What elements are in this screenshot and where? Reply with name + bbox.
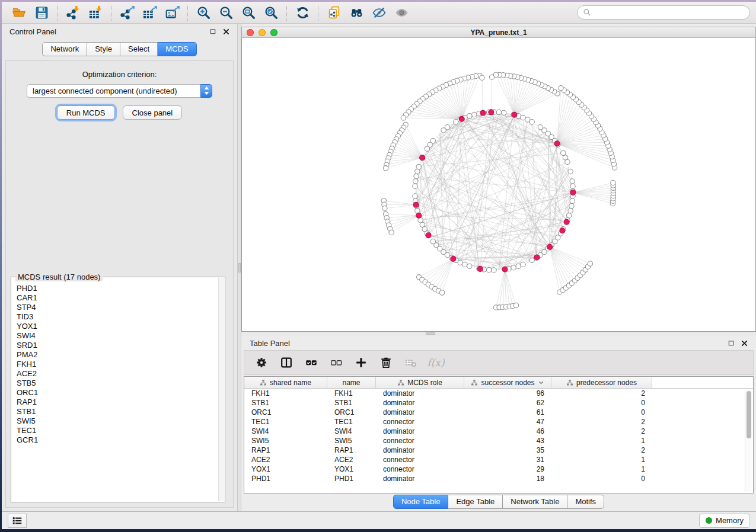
table-row[interactable]: SWI5SWI5connector431: [244, 436, 753, 446]
mcds-result-item[interactable]: FKH1: [17, 360, 218, 369]
tab-node-table[interactable]: Node Table: [393, 495, 449, 509]
splitter-handle[interactable]: [426, 332, 435, 335]
table-row[interactable]: TEC1TEC1connector472: [244, 417, 753, 427]
table-cell[interactable]: SWI4: [244, 427, 327, 435]
apply-layout-button[interactable]: [291, 4, 314, 21]
mcds-result-item[interactable]: GCR1: [17, 435, 218, 445]
column-header-MCDS-role[interactable]: MCDS role: [376, 377, 464, 388]
table-cell[interactable]: 35: [464, 446, 551, 454]
table-cell[interactable]: RAP1: [244, 446, 327, 454]
mcds-result-item[interactable]: RAP1: [17, 398, 218, 407]
graph-hub-node[interactable]: [477, 266, 483, 271]
table-row[interactable]: RAP1RAP1dominator352: [244, 446, 753, 455]
mcds-result-item[interactable]: PHD1: [17, 284, 218, 293]
graph-hub-node[interactable]: [416, 213, 422, 218]
table-scrollbar-thumb[interactable]: [747, 391, 751, 438]
tab-select[interactable]: Select: [120, 42, 158, 56]
tab-style[interactable]: Style: [87, 42, 120, 56]
table-cell[interactable]: connector: [376, 456, 464, 464]
mcds-result-item[interactable]: ORC1: [17, 388, 218, 398]
graph-hub-node[interactable]: [459, 116, 464, 121]
graph-hub-node[interactable]: [502, 267, 508, 272]
network-graph[interactable]: [242, 38, 755, 331]
graph-hub-node[interactable]: [570, 190, 576, 195]
table-cell[interactable]: FKH1: [244, 389, 327, 398]
table-cell[interactable]: 0: [551, 408, 652, 416]
graph-hub-node[interactable]: [489, 110, 494, 115]
table-cell[interactable]: connector: [376, 465, 464, 473]
horizontal-splitter[interactable]: [241, 332, 756, 336]
table-cell[interactable]: 62: [464, 399, 551, 407]
clone-network-button[interactable]: [323, 4, 345, 21]
close-panel-icon[interactable]: [741, 340, 748, 347]
network-canvas[interactable]: [241, 38, 756, 332]
table-options-button[interactable]: [254, 355, 269, 370]
close-panel-button[interactable]: Close panel: [123, 105, 183, 120]
tab-mcds[interactable]: MCDS: [158, 42, 196, 56]
table-cell[interactable]: STB1: [244, 399, 327, 407]
mcds-list-scrollbar[interactable]: [218, 278, 224, 501]
column-header-successor-nodes[interactable]: successor nodes: [464, 377, 551, 388]
table-cell[interactable]: 2: [551, 389, 652, 398]
table-cell[interactable]: dominator: [376, 399, 464, 407]
mcds-result-item[interactable]: STB5: [17, 379, 218, 388]
table-cell[interactable]: TEC1: [244, 418, 327, 426]
show-columns-button[interactable]: [279, 355, 294, 370]
export-image-button[interactable]: [161, 4, 183, 21]
mcds-result-item[interactable]: ACE2: [17, 369, 218, 379]
table-cell[interactable]: dominator: [376, 446, 464, 454]
save-session-button[interactable]: [30, 4, 53, 21]
column-header-shared-name[interactable]: shared name: [244, 377, 327, 388]
zoom-fit-button[interactable]: [237, 4, 260, 21]
table-cell[interactable]: 1: [551, 465, 652, 473]
graph-hub-node[interactable]: [554, 141, 560, 146]
table-row[interactable]: PHD1PHD1dominator180: [244, 474, 753, 483]
table-cell[interactable]: RAP1: [327, 446, 376, 454]
float-panel-icon[interactable]: [728, 340, 735, 347]
table-cell[interactable]: YOX1: [327, 465, 376, 473]
graph-hub-node[interactable]: [547, 244, 553, 249]
mcds-result-item[interactable]: SRD1: [17, 341, 218, 350]
table-cell[interactable]: SWI5: [327, 437, 376, 445]
table-cell[interactable]: ORC1: [244, 408, 327, 416]
float-panel-icon[interactable]: [210, 28, 216, 35]
tab-edge-table[interactable]: Edge Table: [448, 495, 503, 509]
table-cell[interactable]: 47: [464, 418, 551, 426]
table-row[interactable]: YOX1YOX1connector291: [244, 464, 753, 474]
optimization-criterion-select[interactable]: largest connected component (undirected): [27, 84, 212, 98]
mcds-result-item[interactable]: SWI4: [17, 331, 218, 341]
table-cell[interactable]: dominator: [376, 427, 464, 435]
table-cell[interactable]: SWI4: [327, 427, 376, 435]
table-cell[interactable]: STB1: [327, 399, 376, 407]
mcds-result-item[interactable]: TID3: [17, 312, 218, 322]
table-cell[interactable]: SWI5: [244, 437, 327, 445]
memory-button[interactable]: Memory: [699, 514, 750, 528]
table-row[interactable]: FKH1FKH1dominator962: [244, 389, 753, 398]
graph-hub-node[interactable]: [413, 202, 419, 207]
table-cell[interactable]: PHD1: [327, 475, 376, 483]
task-history-button[interactable]: [8, 514, 27, 528]
table-cell[interactable]: 0: [551, 475, 652, 483]
column-header-predecessor-nodes[interactable]: predecessor nodes: [551, 377, 652, 388]
graph-hub-node[interactable]: [534, 255, 540, 260]
mcds-result-item[interactable]: STB1: [17, 407, 218, 416]
mcds-result-item[interactable]: TEC1: [17, 426, 218, 435]
splitter-handle[interactable]: [238, 263, 241, 273]
table-cell[interactable]: 29: [464, 465, 551, 473]
graph-hub-node[interactable]: [426, 233, 431, 238]
select-all-button[interactable]: [304, 355, 319, 370]
zoom-selected-button[interactable]: [260, 4, 282, 21]
tab-motifs[interactable]: Motifs: [567, 495, 604, 509]
table-scrollbar[interactable]: [745, 390, 752, 492]
table-row[interactable]: SWI4SWI4dominator462: [244, 427, 753, 436]
table-row[interactable]: ACE2ACE2connector311: [244, 455, 753, 464]
table-cell[interactable]: connector: [376, 418, 464, 426]
graph-hub-node[interactable]: [451, 256, 456, 261]
delete-column-button[interactable]: [378, 355, 394, 370]
graph-hub-node[interactable]: [420, 155, 425, 161]
table-cell[interactable]: 43: [464, 437, 551, 445]
mcds-result-item[interactable]: STP4: [17, 303, 218, 312]
table-cell[interactable]: ACE2: [244, 456, 327, 464]
mcds-result-item[interactable]: SWI5: [17, 416, 218, 426]
deselect-all-button[interactable]: [328, 355, 344, 370]
